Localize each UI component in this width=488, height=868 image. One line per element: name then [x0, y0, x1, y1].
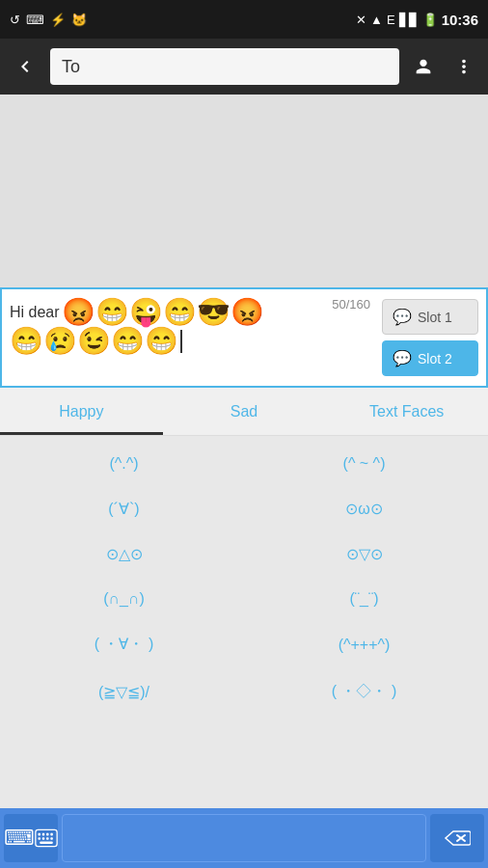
- emoji-5: 😎: [197, 299, 230, 326]
- slot2-icon: 💬: [393, 349, 412, 367]
- list-item[interactable]: ( ・◇・ ): [244, 670, 484, 714]
- emoji-2: 😁: [95, 299, 129, 326]
- tab-text-faces[interactable]: Text Faces: [325, 388, 488, 435]
- battery-icon: 🔋: [422, 13, 438, 27]
- list-item[interactable]: (≧▽≦)/: [4, 670, 244, 714]
- slot1-icon: 💬: [393, 308, 412, 326]
- keyboard-button[interactable]: ⌨: [4, 814, 58, 862]
- delete-button[interactable]: [430, 814, 484, 862]
- keyboard-status-icon: ⌨: [26, 13, 44, 27]
- emoticons-grid: (^.^) (^ ~ ^) (´∀`) ⊙ω⊙ ⊙△⊙ ⊙▽⊙ (∩_∩) (¨…: [0, 436, 488, 721]
- list-item[interactable]: (´∀`): [4, 488, 244, 529]
- message-area: [0, 95, 488, 287]
- category-tabs: Happy Sad Text Faces: [0, 388, 488, 436]
- list-item[interactable]: ( ・∀・ ): [4, 623, 244, 666]
- emoji-7: 😁: [10, 328, 43, 355]
- emoji-6: 😡: [230, 299, 264, 326]
- svg-rect-4: [50, 833, 53, 836]
- compose-text-prefix: Hi dear: [10, 302, 60, 323]
- tab-happy-label: Happy: [59, 403, 103, 420]
- list-item[interactable]: ⊙▽⊙: [244, 533, 484, 575]
- list-item[interactable]: (^+++^): [244, 623, 484, 666]
- compose-box: Hi dear 😡 😁 😜 😁 😎 😡 😁 😢 😉 😁 😁: [0, 287, 488, 388]
- slot2-label: Slot 2: [418, 351, 452, 366]
- top-bar: [0, 39, 488, 95]
- tab-happy[interactable]: Happy: [0, 388, 163, 435]
- svg-rect-8: [50, 837, 53, 840]
- slot-buttons: 💬 Slot 1 💬 Slot 2: [382, 299, 478, 376]
- refresh-icon: ↺: [10, 13, 20, 27]
- bars-icon: ▋▊: [399, 13, 419, 27]
- list-item[interactable]: ⊙ω⊙: [244, 488, 484, 529]
- clock: 10:36: [442, 12, 478, 28]
- svg-rect-2: [42, 833, 45, 836]
- list-item[interactable]: ⊙△⊙: [4, 533, 244, 575]
- keyboard-icon: ⌨: [4, 826, 35, 851]
- svg-rect-3: [46, 833, 49, 836]
- emoji-row-2: 😁 😢 😉 😁 😁: [10, 328, 184, 355]
- text-cursor: [180, 330, 182, 353]
- more-options-button[interactable]: [447, 50, 480, 83]
- emoji-1: 😡: [62, 299, 95, 326]
- svg-rect-9: [40, 841, 53, 844]
- recipient-input[interactable]: [50, 48, 399, 85]
- list-item[interactable]: (¨_¨): [244, 579, 484, 619]
- bottom-bar: ⌨: [0, 808, 488, 868]
- status-bar-left: ↺ ⌨ ⚡ 🐱: [10, 13, 87, 27]
- no-calls-icon: ✕: [356, 13, 366, 27]
- svg-rect-7: [46, 837, 49, 840]
- contact-button[interactable]: [407, 50, 440, 83]
- emoji-10: 😁: [111, 328, 145, 355]
- svg-rect-5: [38, 837, 41, 840]
- message-text-input[interactable]: [62, 814, 426, 862]
- tab-text-faces-label: Text Faces: [369, 403, 444, 420]
- compose-counter: 50/160: [332, 297, 370, 312]
- back-button[interactable]: [8, 49, 42, 84]
- compose-inner: Hi dear 😡 😁 😜 😁 😎 😡 😁 😢 😉 😁 😁: [2, 289, 486, 386]
- emoji-8: 😢: [43, 328, 77, 355]
- tab-sad[interactable]: Sad: [163, 388, 326, 435]
- list-item[interactable]: (^.^): [4, 444, 244, 484]
- emoji-11: 😁: [145, 328, 178, 355]
- compose-text[interactable]: Hi dear 😡 😁 😜 😁 😎 😡 😁 😢 😉 😁 😁: [10, 299, 382, 355]
- tab-sad-label: Sad: [230, 403, 258, 420]
- status-bar-right: ✕ ▲ E ▋▊ 🔋 10:36: [356, 12, 478, 28]
- slot1-label: Slot 1: [418, 310, 452, 325]
- status-bar: ↺ ⌨ ⚡ 🐱 ✕ ▲ E ▋▊ 🔋 10:36: [0, 0, 488, 39]
- wifi-icon: ▲: [370, 13, 383, 27]
- list-item[interactable]: (^ ~ ^): [244, 444, 484, 484]
- emoji-9: 😉: [77, 328, 111, 355]
- slot2-button[interactable]: 💬 Slot 2: [382, 340, 478, 376]
- emoji-3: 😜: [129, 299, 163, 326]
- slot1-button[interactable]: 💬 Slot 1: [382, 299, 478, 335]
- cat-icon: 🐱: [71, 13, 87, 27]
- svg-rect-6: [42, 837, 45, 840]
- signal-icon: E: [387, 13, 395, 27]
- emoji-4: 😁: [163, 299, 197, 326]
- svg-rect-1: [38, 833, 41, 836]
- usb-icon: ⚡: [50, 13, 66, 27]
- list-item[interactable]: (∩_∩): [4, 579, 244, 619]
- emoji-row-1: 😡 😁 😜 😁 😎 😡: [62, 299, 264, 326]
